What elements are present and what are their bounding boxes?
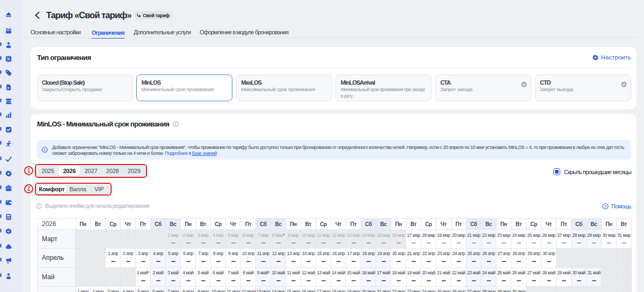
svg-text:?: ?	[604, 204, 607, 209]
